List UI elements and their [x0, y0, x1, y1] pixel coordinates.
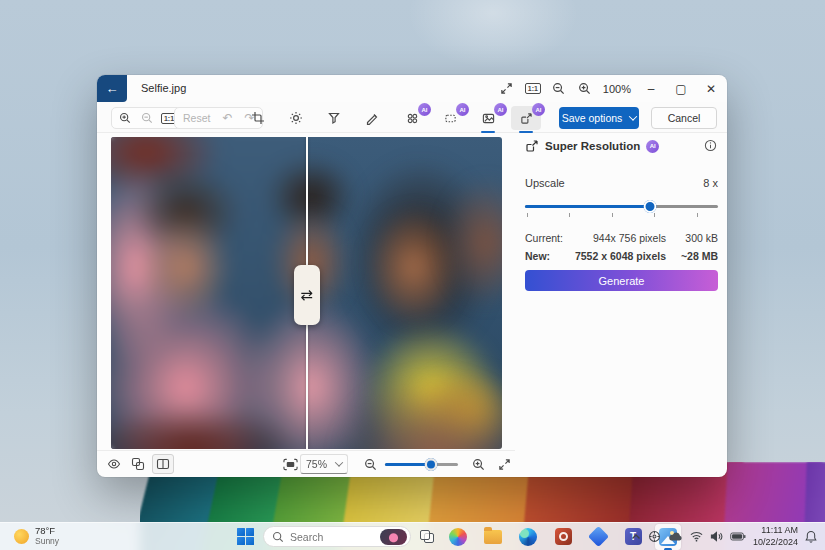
ai-background-button[interactable]: AI: [473, 106, 503, 130]
canvas-zoom-level: 100%: [599, 83, 635, 95]
ai-badge: AI: [532, 103, 545, 116]
minimize-button[interactable]: –: [637, 77, 665, 101]
super-resolution-panel: Super Resolution AI Upscale 8 x: [525, 137, 718, 469]
chevron-down-icon: [629, 112, 637, 120]
super-resolution-icon: [525, 139, 539, 153]
generate-button[interactable]: Generate: [525, 270, 718, 291]
fullscreen-icon[interactable]: [495, 78, 519, 100]
taskbar-app-copilot[interactable]: [445, 524, 471, 550]
weather-widget[interactable]: 78°F Sunny: [14, 526, 59, 547]
tray-app-icon[interactable]: [648, 530, 661, 543]
chevron-down-icon: [335, 458, 343, 466]
fit-to-screen-icon[interactable]: [279, 454, 301, 474]
active-underline: [481, 131, 495, 133]
cancel-label: Cancel: [668, 112, 701, 124]
current-pixels: 944x 756 pixels: [593, 232, 666, 244]
canvas-zoom-group: 1:1: [111, 107, 183, 129]
active-underline: [519, 131, 533, 133]
wallpaper-glow: [408, 0, 578, 68]
new-size-row: New: 7552 x 6048 pixels ~28 MB: [525, 250, 718, 262]
slider-ticks: [525, 212, 718, 217]
battery-icon[interactable]: [730, 532, 746, 541]
start-button[interactable]: [237, 528, 254, 545]
reset-button[interactable]: Reset: [178, 112, 215, 124]
search-box[interactable]: [263, 526, 411, 547]
zoom-out-icon[interactable]: [137, 109, 157, 127]
edge-icon: [519, 528, 537, 546]
panel-title: Super Resolution: [545, 140, 640, 152]
clock-time: 11:11 AM: [753, 525, 798, 536]
ai-erase-button[interactable]: AI: [435, 106, 465, 130]
cancel-button[interactable]: Cancel: [651, 107, 717, 129]
ai-super-resolution-button[interactable]: AI: [511, 106, 541, 130]
statusbar: 75%: [97, 450, 515, 477]
file-explorer-icon: [484, 530, 502, 544]
panel-header: Super Resolution AI: [525, 137, 718, 155]
slider-fill: [525, 205, 650, 208]
zoom-slider-thumb[interactable]: [424, 458, 437, 471]
window-title: Selfie.jpg: [141, 75, 186, 102]
upscale-label: Upscale: [525, 177, 565, 189]
current-label: Current:: [525, 232, 563, 244]
clock-date: 10/22/2024: [753, 537, 798, 548]
markup-pen-icon[interactable]: [359, 107, 385, 129]
zoom-percent-dropdown[interactable]: 75%: [300, 454, 348, 474]
notification-bell-icon[interactable]: [805, 530, 817, 543]
adjust-light-icon[interactable]: [283, 107, 309, 129]
dev-home-icon: [587, 526, 608, 547]
save-options-button[interactable]: Save options: [559, 107, 639, 129]
taskbar-app-edge[interactable]: [515, 524, 541, 550]
titlebar: ← Selfie.jpg 1:1 100%: [97, 75, 727, 102]
fullscreen-icon[interactable]: [493, 454, 515, 474]
clock[interactable]: 11:11 AM 10/22/2024: [753, 525, 798, 548]
compare-slider-handle[interactable]: ⇄: [294, 265, 320, 325]
copilot-icon: [449, 528, 467, 546]
zoom-in-icon[interactable]: [573, 78, 597, 100]
current-size-row: Current: 944x 756 pixels 300 kB: [525, 232, 718, 244]
zoom-in-icon[interactable]: [115, 109, 135, 127]
photo-canvas[interactable]: ⇄: [111, 137, 502, 449]
search-highlight-image: [380, 529, 407, 545]
upscale-slider[interactable]: [525, 199, 718, 213]
sun-icon: [14, 529, 29, 544]
microsoft-365-icon: [555, 528, 572, 545]
undo-icon[interactable]: ↶: [217, 109, 237, 127]
zoom-out-icon[interactable]: [359, 454, 381, 474]
ai-badge: AI: [646, 140, 659, 153]
save-options-label: Save options: [562, 112, 623, 124]
maximize-button[interactable]: ▢: [667, 77, 695, 101]
volume-icon[interactable]: [710, 531, 723, 542]
ai-badge: AI: [418, 103, 431, 116]
compare-icon[interactable]: [127, 454, 149, 474]
crop-icon[interactable]: [245, 107, 271, 129]
zoom-percent-value: 75%: [306, 458, 327, 470]
weather-condition: Sunny: [35, 537, 59, 547]
split-view-icon[interactable]: [152, 454, 174, 474]
onedrive-cloud-icon[interactable]: [668, 531, 683, 542]
task-view-button[interactable]: [420, 530, 436, 544]
zoom-out-icon[interactable]: [547, 78, 571, 100]
ai-auto-enhance-button[interactable]: AI: [397, 106, 427, 130]
wifi-icon[interactable]: [690, 531, 703, 542]
new-filesize: ~28 MB: [681, 250, 718, 262]
tray-chevron-up-icon[interactable]: [631, 533, 641, 541]
zoom-slider[interactable]: [385, 463, 458, 466]
photos-app-window: ← Selfie.jpg 1:1 100%: [97, 75, 727, 477]
filter-icon[interactable]: [321, 107, 347, 129]
taskbar-app-file-explorer[interactable]: [480, 524, 506, 550]
before-blur-overlay: [111, 137, 307, 449]
info-icon[interactable]: [704, 139, 718, 153]
desktop: ← Selfie.jpg 1:1 100%: [0, 0, 825, 550]
search-icon: [272, 531, 284, 543]
zoom-in-icon[interactable]: [467, 454, 489, 474]
preview-eye-icon[interactable]: [103, 454, 125, 474]
close-button[interactable]: ✕: [697, 77, 725, 101]
actual-size-icon[interactable]: 1:1: [521, 78, 545, 100]
taskbar-app-microsoft-365[interactable]: [550, 524, 576, 550]
taskbar: 78°F Sunny T: [0, 522, 825, 550]
ai-badge: AI: [456, 103, 469, 116]
back-button[interactable]: ←: [97, 75, 127, 102]
taskbar-app-dev-home[interactable]: [585, 524, 611, 550]
upscale-value: 8 x: [703, 177, 718, 189]
search-input[interactable]: [290, 531, 374, 543]
